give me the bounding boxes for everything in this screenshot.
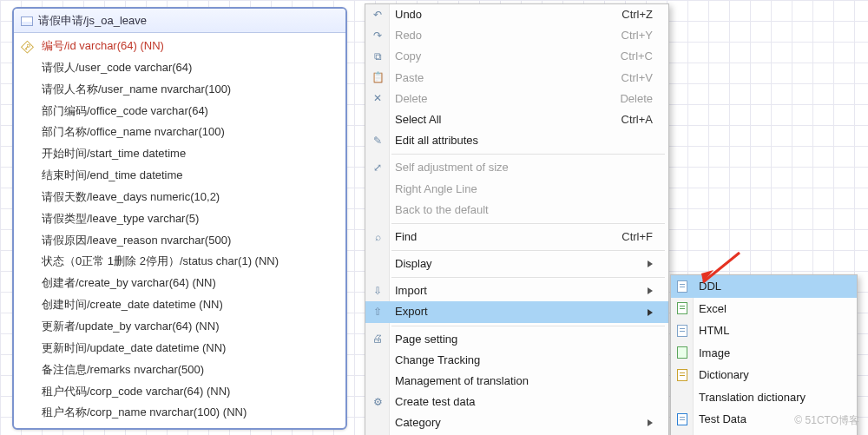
category-icon	[371, 416, 385, 430]
menu-item-label: Change Tracking	[395, 353, 480, 368]
export-dictionary-icon	[675, 368, 689, 382]
menu-item-label: Paste	[395, 70, 424, 86]
column-text: 请假天数/leave_days numeric(10,2)	[42, 189, 220, 206]
export-item-translation-dictionary[interactable]: Translation dictionary	[671, 386, 857, 409]
menu-item-display[interactable]: Display	[365, 254, 668, 274]
menu-shortcut: Ctrl+Y	[621, 28, 653, 43]
menu-item-label: Copy	[395, 49, 421, 64]
create-test-data-icon: ⚙	[371, 395, 385, 409]
export-submenu: DDLExcelHTMLImageDictionaryTranslation d…	[670, 274, 858, 435]
column-row[interactable]: 租户名称/corp_name nvarchar(100) (NN)	[14, 402, 345, 424]
menu-item-management-of-translation[interactable]: Management of translation	[365, 371, 668, 392]
menu-item-export[interactable]: ⇧Export	[365, 301, 668, 322]
column-text: 部门名称/office_name nvarchar(100)	[42, 124, 225, 141]
menu-item-label: Display	[395, 256, 432, 272]
menu-separator	[391, 250, 665, 251]
entity-title-bar[interactable]: 请假申请/js_oa_leave	[14, 9, 345, 33]
column-row[interactable]: 请假原因/leave_reason nvarchar(500)	[14, 230, 345, 252]
menu-shortcut: Ctrl+F	[621, 229, 653, 245]
menu-separator	[391, 154, 665, 155]
menu-item-label: Select All	[395, 112, 441, 128]
paste-icon: 📋	[371, 71, 385, 85]
primary-key-icon: ⚿	[20, 38, 37, 56]
menu-item-import[interactable]: ⇩Import	[365, 280, 668, 301]
column-text: 请假类型/leave_type varchar(5)	[42, 211, 199, 227]
export-item-label: Dictionary	[699, 366, 749, 384]
menu-item-label: Back to the default	[395, 202, 489, 218]
export-icon: ⇧	[371, 306, 385, 320]
column-row[interactable]: 创建者/create_by varchar(64) (NN)	[14, 273, 345, 294]
menu-item-redo: ↷RedoCtrl+Y	[365, 25, 668, 46]
menu-item-label: Create test data	[395, 394, 476, 410]
column-row[interactable]: 状态（0正常 1删除 2停用）/status char(1) (NN)	[14, 251, 345, 273]
column-row[interactable]: 备注信息/remarks nvarchar(500)	[14, 359, 345, 381]
export-translation-dictionary-icon	[675, 390, 689, 404]
column-row[interactable]: 创建时间/create_date datetime (NN)	[14, 294, 345, 316]
menu-item-page-setting[interactable]: 🖨Page setting	[365, 329, 668, 350]
export-test-data-icon	[675, 412, 689, 426]
column-row[interactable]: ⚿编号/id varchar(64) (NN)	[14, 36, 345, 57]
column-text: 备注信息/remarks nvarchar(500)	[42, 362, 204, 379]
export-item-label: Image	[699, 345, 730, 362]
menu-item-category[interactable]: Category	[365, 412, 668, 433]
export-item-dictionary[interactable]: Dictionary	[671, 364, 857, 386]
column-text: 租户代码/corp_code varchar(64) (NN)	[42, 384, 230, 400]
menu-item-label: Self adjustment of size	[395, 160, 509, 175]
submenu-arrow-icon	[648, 419, 653, 426]
menu-item-create-test-data[interactable]: ⚙Create test data	[365, 392, 668, 412]
menu-item-edit-all-attributes[interactable]: ✎Edit all attributes	[365, 130, 668, 151]
menu-shortcut: Ctrl+V	[621, 70, 653, 86]
menu-item-label: Category	[395, 415, 441, 431]
menu-item-paste: 📋PasteCtrl+V	[365, 68, 668, 89]
back-to-the-default-icon	[371, 203, 385, 217]
page-setting-icon: 🖨	[371, 333, 385, 346]
export-item-test-data[interactable]: Test Data	[671, 408, 857, 431]
column-row[interactable]: 请假天数/leave_days numeric(10,2)	[14, 187, 345, 208]
menu-item-label: Right Angle Line	[395, 181, 477, 197]
export-html-icon	[675, 324, 689, 338]
column-text: 请假原因/leave_reason nvarchar(500)	[42, 233, 231, 249]
export-item-html[interactable]: HTML	[671, 320, 857, 342]
column-row[interactable]: 请假人名称/user_name nvarchar(100)	[14, 79, 345, 101]
export-item-java[interactable]: Java	[671, 431, 857, 436]
menu-shortcut: Ctrl+A	[621, 112, 653, 128]
column-text: 请假人/user_code varchar(64)	[42, 60, 192, 76]
column-text: 租户名称/corp_name nvarchar(100) (NN)	[42, 405, 247, 421]
export-item-excel[interactable]: Excel	[671, 298, 857, 320]
menu-separator	[391, 277, 665, 278]
export-ddl-icon	[675, 280, 689, 293]
column-text: 部门编码/office_code varchar(64)	[42, 103, 208, 120]
menu-item-label: Page setting	[395, 332, 457, 347]
column-row[interactable]: 结束时间/end_time datetime	[14, 165, 345, 187]
menu-item-select-all[interactable]: Select AllCtrl+A	[365, 109, 668, 130]
export-item-label: Test Data	[699, 411, 746, 428]
column-row[interactable]: 开始时间/start_time datetime	[14, 143, 345, 165]
menu-item-undo[interactable]: ↶UndoCtrl+Z	[365, 4, 668, 25]
column-row[interactable]: 更新者/update_by varchar(64) (NN)	[14, 316, 345, 338]
export-item-label: Translation dictionary	[699, 389, 806, 406]
export-item-image[interactable]: Image	[671, 342, 857, 365]
entity-table[interactable]: 请假申请/js_oa_leave ⚿编号/id varchar(64) (NN)…	[12, 7, 347, 430]
column-row[interactable]: 部门名称/office_name nvarchar(100)	[14, 122, 345, 143]
redo-icon: ↷	[371, 29, 385, 43]
menu-item-label: Find	[395, 229, 417, 245]
menu-item-label: Import	[395, 283, 427, 299]
menu-item-change-tracking[interactable]: Change Tracking	[365, 350, 668, 371]
column-row[interactable]: 租户代码/corp_code varchar(64) (NN)	[14, 381, 345, 403]
menu-item-delete: ✕DeleteDelete	[365, 89, 668, 109]
delete-icon: ✕	[371, 92, 385, 106]
menu-item-self-adjustment-of-size: ⤢Self adjustment of size	[365, 157, 668, 178]
menu-shortcut: Ctrl+Z	[621, 7, 653, 23]
menu-item-label: Delete	[395, 91, 428, 107]
column-row[interactable]: 更新时间/update_date datetime (NN)	[14, 338, 345, 359]
menu-item-find[interactable]: ⌕FindCtrl+F	[365, 227, 668, 247]
column-text: 更新者/update_by varchar(64) (NN)	[42, 319, 219, 335]
copy-icon: ⧉	[371, 49, 385, 63]
column-row[interactable]: 请假人/user_code varchar(64)	[14, 57, 345, 79]
menu-separator	[391, 326, 665, 326]
export-item-ddl[interactable]: DDL	[671, 275, 857, 298]
column-row[interactable]: 请假类型/leave_type varchar(5)	[14, 208, 345, 230]
column-text: 创建时间/create_date datetime (NN)	[42, 297, 223, 313]
submenu-arrow-icon	[648, 260, 653, 267]
column-row[interactable]: 部门编码/office_code varchar(64)	[14, 101, 345, 122]
